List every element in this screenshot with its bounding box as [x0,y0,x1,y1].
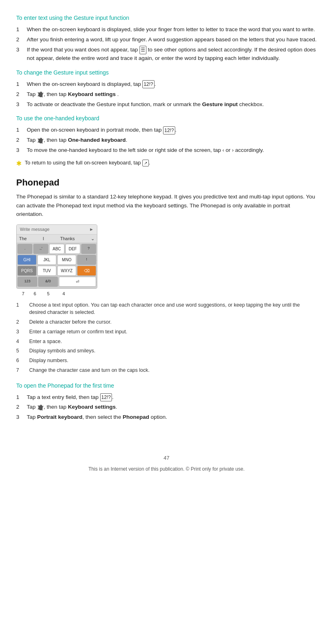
page-number: 47 [16,454,317,462]
suggestion-thanks: Thanks [60,235,75,242]
gear-icon [38,138,43,143]
page-content: To enter text using the Gesture input fu… [0,0,333,485]
phonepad-row-1: . .,’ ABC DEF ? [17,244,96,254]
list-num: 2 [16,36,23,44]
ann-num-2: 2 [16,318,24,326]
phonepad-label: Phonepad [122,414,149,420]
callout-3: — 3 [97,278,97,285]
key-def[interactable]: DEF [65,244,80,254]
footer: 47 This is an Internet version of this p… [16,454,317,473]
ann-row-4: 4 Enter a space. [16,338,317,345]
ann-text-1: Choose a text input option. You can tap … [29,301,317,317]
key-ghi[interactable]: GHI [17,255,37,265]
phonepad-annotations: 1 Choose a text input option. You can ta… [16,301,317,374]
ann-num-1: 1 [16,301,24,309]
callout-2: — 2 [97,267,97,274]
list-num: 1 [16,126,23,134]
phonepad-intro: The Phonepad is similar to a standard 12… [16,192,317,219]
gesture-input-list: 1 When the on-screen keyboard is display… [16,26,317,63]
gesture-settings-list: 1 When the on-screen keyboard is display… [16,80,317,109]
ann-row-3: 3 Enter a carriage return or confirm tex… [16,328,317,336]
list-num: 1 [16,393,23,402]
numeric-icon: 12!? [163,126,175,135]
list-text: After you finish entering a word, lift u… [27,36,317,44]
key-ampersand[interactable]: &/0 [38,277,58,287]
ann-row-1: 1 Choose a text input option. You can ta… [16,301,317,317]
ann-text-7: Change the character case and turn on th… [29,367,317,374]
keyboard-settings-label2: Keyboard settings [68,404,116,410]
key-enter[interactable]: ⏎ [59,277,96,287]
key-tuv[interactable]: TUV [37,266,56,276]
list-text: Tap , then tap One-handed keyboard. [27,136,317,145]
tip-text: To return to using the full on-screen ke… [25,159,150,167]
ann-row-5: 5 Display symbols and smileys. [16,347,317,355]
list-item: 1 Open the on-screen keyboard in portrai… [16,126,317,134]
list-item: 3 Tap Portrait keyboard, then select the… [16,413,317,422]
list-item: 2 Tap , then tap One-handed keyboard. [16,136,317,145]
one-handed-section: To use the one-handed keyboard 1 Open th… [16,114,317,168]
ann-row-6: 6 Display numbers. [16,357,317,365]
key-wxyz[interactable]: WXYZ [57,266,76,276]
key-abc[interactable]: ABC [49,244,64,254]
tip-row: ✱ To return to using the full on-screen … [16,159,317,168]
phonepad-first-time-heading: To open the Phonepad for the first time [16,382,317,390]
key-123[interactable]: 123 [17,277,37,287]
label-5: 5 [41,290,56,297]
list-num: 3 [16,46,23,63]
list-num: 2 [16,90,23,99]
list-item: 2 Tap , then tap Keyboard settings . [16,90,317,99]
gesture-settings-heading: To change the Gesture input settings [16,68,317,77]
gear-icon [38,405,43,410]
label-7: 7 [17,290,29,297]
numeric-icon: 12!? [100,393,112,402]
ann-text-5: Display symbols and smileys. [29,347,317,355]
one-handed-keyboard-label: One-handed keyboard [68,137,126,143]
one-handed-heading: To use the one-handed keyboard [16,114,317,123]
ann-text-2: Delete a character before the cursor. [29,318,317,326]
list-text: When the on-screen keyboard is displayed… [27,26,317,34]
label-4: 4 [56,290,71,297]
key-mno[interactable]: MNO [57,255,76,265]
numeric-icon: 12!? [142,80,154,89]
list-item: 3 If the word that you want does not app… [16,46,317,63]
list-item: 3 To activate or deactivate the Gesture … [16,100,317,109]
list-text: Tap , then tap Keyboard settings. [27,403,317,412]
key-excl[interactable]: ! [77,255,96,265]
list-num: 1 [16,80,23,89]
phonepad-first-time-list: 1 Tap a text entry field, then tap 12!?.… [16,393,317,422]
key-dot[interactable]: . [17,244,32,254]
list-text: If the word that you want does not appea… [27,46,317,63]
list-text: To activate or deactivate the Gesture in… [27,100,317,109]
tip-icon: ✱ [16,159,21,168]
send-icon: ► [89,226,94,233]
phonepad-suggestions: The I Thanks ⌄ [17,235,97,243]
ann-text-4: Enter a space. [29,338,317,345]
key-pqrs[interactable]: PQRS [17,266,37,276]
phonepad-first-time-section: To open the Phonepad for the first time … [16,382,317,422]
list-item: 1 When the on-screen keyboard is display… [16,80,317,89]
phonepad-image-container: Write message ► The I Thanks ⌄ . [16,224,317,297]
list-item: 3 To move the one-handed keyboard to the… [16,146,317,155]
left-chevron-icon: ‹ [223,147,224,154]
key-jkl[interactable]: JKL [37,255,56,265]
key-backspace[interactable]: ⌫ [77,266,96,276]
list-num: 2 [16,136,23,145]
label-6: 6 [29,290,41,297]
write-message-label: Write message [20,226,49,233]
suggestion-the: The [19,235,27,242]
gear-icon [38,92,43,97]
list-item: 2 Tap , then tap Keyboard settings. [16,403,317,412]
key-question[interactable]: ? [81,244,96,254]
list-num: 3 [16,146,23,155]
phonepad-keys: . .,’ ABC DEF ? GHI JKL MNO ! — 1 [17,243,97,288]
phonepad-screen: Write message ► The I Thanks ⌄ . [16,224,97,289]
list-text: When the on-screen keyboard is displayed… [27,80,317,89]
options-icon: ☰ [140,46,146,54]
ann-num-5: 5 [16,347,24,355]
ann-text-3: Enter a carriage return or confirm text … [29,328,317,336]
key-comma[interactable]: .,’ [33,244,48,254]
list-item: 2 After you finish entering a word, lift… [16,36,317,44]
list-text: To move the one-handed keyboard to the l… [27,146,317,155]
phonepad-section: Phonepad The Phonepad is similar to a st… [16,176,317,374]
ann-num-4: 4 [16,338,24,345]
